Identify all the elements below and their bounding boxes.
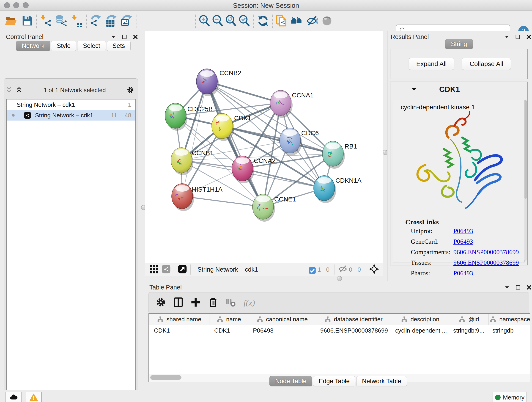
column-header-label: @id bbox=[468, 316, 479, 323]
apply-layout-icon[interactable] bbox=[256, 14, 270, 27]
save-session-icon[interactable] bbox=[21, 14, 34, 27]
float-panel-icon[interactable] bbox=[515, 34, 521, 40]
table-cell[interactable]: stringdb:9... bbox=[448, 327, 487, 334]
tab-network-table[interactable]: Network Table bbox=[356, 376, 407, 386]
expand-all-button[interactable]: Expand All bbox=[409, 58, 454, 70]
table-cell[interactable]: CDK1 bbox=[149, 327, 209, 334]
crosslink-link[interactable]: P06493 bbox=[453, 269, 473, 277]
crosslink-link[interactable]: P06493 bbox=[453, 227, 473, 235]
right-splitter[interactable] bbox=[383, 31, 387, 281]
network-edge[interactable] bbox=[182, 196, 263, 207]
crosslink-row: Uniprot:P06493 bbox=[411, 227, 473, 235]
export-table-icon[interactable] bbox=[104, 14, 118, 27]
birdseye-navigator-icon[interactable] bbox=[369, 264, 379, 275]
network-selection-status: 1 of 1 Network selected bbox=[23, 87, 127, 94]
zoom-selected-icon[interactable] bbox=[238, 14, 251, 27]
network-collection-row[interactable]: String Network – cdk1 1 bbox=[7, 99, 135, 110]
detach-view-icon[interactable] bbox=[177, 264, 187, 275]
table-cell[interactable]: cyclin-dependent ... bbox=[390, 327, 448, 334]
node-label: RB1 bbox=[345, 143, 357, 150]
table-options-gear-icon[interactable] bbox=[156, 297, 166, 308]
zoom-in-icon[interactable] bbox=[198, 14, 211, 27]
toolbar-separator bbox=[253, 14, 254, 28]
tab-network[interactable]: Network bbox=[16, 41, 50, 51]
delete-column-icon[interactable] bbox=[208, 297, 218, 308]
crosslink-link[interactable]: 9606.ENSP00000378699 bbox=[453, 249, 519, 255]
import-network-from-database-icon[interactable] bbox=[55, 14, 68, 27]
close-panel-icon[interactable] bbox=[526, 34, 532, 40]
clone-network-icon[interactable] bbox=[275, 14, 288, 27]
crosslink-label: Pharos: bbox=[411, 269, 453, 277]
column-header-database-identifier[interactable]: database identifier bbox=[316, 314, 391, 325]
import-network-icon[interactable] bbox=[39, 14, 52, 27]
collapse-all-networks-icon[interactable] bbox=[5, 86, 13, 94]
memory-button[interactable]: Memory bbox=[493, 392, 527, 402]
tab-style[interactable]: Style bbox=[51, 41, 76, 51]
zoom-out-icon[interactable] bbox=[211, 14, 225, 27]
column-header-shared-name[interactable]: shared name bbox=[149, 314, 209, 325]
tab-node-table[interactable]: Node Table bbox=[269, 376, 312, 386]
export-network-icon[interactable] bbox=[89, 14, 102, 27]
crosslink-link[interactable]: P06493 bbox=[453, 238, 473, 245]
network-node-ccne1[interactable]: CCNE1 bbox=[253, 194, 296, 222]
node-label: CCNE1 bbox=[274, 196, 296, 203]
network-node-ccnb1[interactable]: CCNB1 bbox=[171, 148, 214, 175]
network-edge[interactable] bbox=[182, 81, 207, 196]
zoom-fit-content-icon[interactable] bbox=[225, 14, 238, 27]
float-panel-icon[interactable] bbox=[121, 34, 127, 40]
export-image-icon[interactable] bbox=[120, 14, 133, 27]
network-list: String Network – cdk1 1 String Network –… bbox=[6, 99, 136, 402]
tab-edge-table[interactable]: Edge Table bbox=[313, 376, 355, 386]
table-cell[interactable]: 9606.ENSP00000378699 bbox=[315, 327, 390, 334]
network-node-rb1[interactable]: RB1 bbox=[322, 141, 357, 169]
first-neighbors-icon[interactable] bbox=[290, 14, 303, 27]
collapse-section-icon[interactable] bbox=[391, 86, 417, 93]
grid-view-icon[interactable] bbox=[149, 264, 158, 275]
panel-menu-icon[interactable] bbox=[110, 34, 116, 40]
show-columns-icon[interactable] bbox=[173, 297, 184, 308]
column-header-description[interactable]: description bbox=[391, 314, 449, 325]
hide-selected-icon[interactable] bbox=[305, 14, 318, 27]
network-options-gear-icon[interactable] bbox=[127, 86, 134, 94]
column-header-name[interactable]: name bbox=[209, 314, 248, 325]
tab-sets[interactable]: Sets bbox=[107, 41, 131, 51]
column-header--id[interactable]: @id bbox=[449, 314, 489, 325]
tab-select[interactable]: Select bbox=[77, 41, 106, 51]
close-panel-icon[interactable] bbox=[526, 284, 532, 290]
network-node-hist1h1a[interactable]: HIST1H1A bbox=[172, 184, 222, 211]
network-node-cdkn1a[interactable]: CDKN1A bbox=[314, 176, 361, 203]
node-label: CCNB2 bbox=[220, 70, 241, 77]
close-panel-icon[interactable] bbox=[133, 34, 138, 40]
table-cell[interactable]: stringdb bbox=[487, 327, 530, 334]
panel-menu-icon[interactable] bbox=[504, 34, 510, 40]
open-session-icon[interactable] bbox=[4, 14, 17, 27]
import-table-icon[interactable] bbox=[70, 14, 84, 27]
table-cell[interactable]: CDK1 bbox=[209, 327, 248, 334]
collapse-all-button[interactable]: Collapse All bbox=[462, 58, 511, 70]
table-cell[interactable]: P06493 bbox=[248, 327, 315, 334]
network-edge-count: 48 bbox=[125, 112, 131, 119]
expand-all-networks-icon[interactable] bbox=[15, 86, 23, 94]
cloud-status-button[interactable] bbox=[6, 392, 22, 402]
left-splitter[interactable] bbox=[142, 31, 145, 390]
results-scrollbar-thumb[interactable] bbox=[525, 100, 527, 199]
network-row-selected[interactable]: String Network – cdk1 11 48 bbox=[7, 110, 135, 121]
hidden-eye-icon[interactable] bbox=[338, 264, 348, 275]
network-badge-icon[interactable] bbox=[161, 264, 171, 275]
float-panel-icon[interactable] bbox=[515, 284, 521, 290]
column-header-namespace[interactable]: namespace bbox=[489, 314, 530, 325]
column-header-label: canonical name bbox=[266, 316, 308, 323]
network-graph[interactable]: CCNB2CCNA1CDC25BCDK1CDC6RB1CCNB1CCNA2CDK… bbox=[145, 31, 383, 263]
tab-string[interactable]: String bbox=[445, 39, 473, 49]
panel-menu-icon[interactable] bbox=[504, 284, 510, 290]
network-node-cdc6[interactable]: CDC6 bbox=[279, 128, 319, 155]
network-canvas[interactable]: CCNB2CCNA1CDC25BCDK1CDC6RB1CCNB1CCNA2CDK… bbox=[145, 31, 383, 263]
table-row[interactable]: CDK1CDK1P064939606.ENSP00000378699cyclin… bbox=[149, 325, 530, 336]
column-header-canonical-name[interactable]: canonical name bbox=[248, 314, 316, 325]
add-column-icon[interactable] bbox=[190, 297, 201, 308]
selected-checkbox-icon[interactable] bbox=[308, 266, 316, 274]
warnings-button[interactable] bbox=[26, 392, 42, 402]
crosslink-link[interactable]: 9606.ENSP00000378699 bbox=[453, 259, 519, 266]
string-network-icon bbox=[24, 111, 32, 119]
node-section-header[interactable]: CDK1 bbox=[391, 82, 527, 97]
